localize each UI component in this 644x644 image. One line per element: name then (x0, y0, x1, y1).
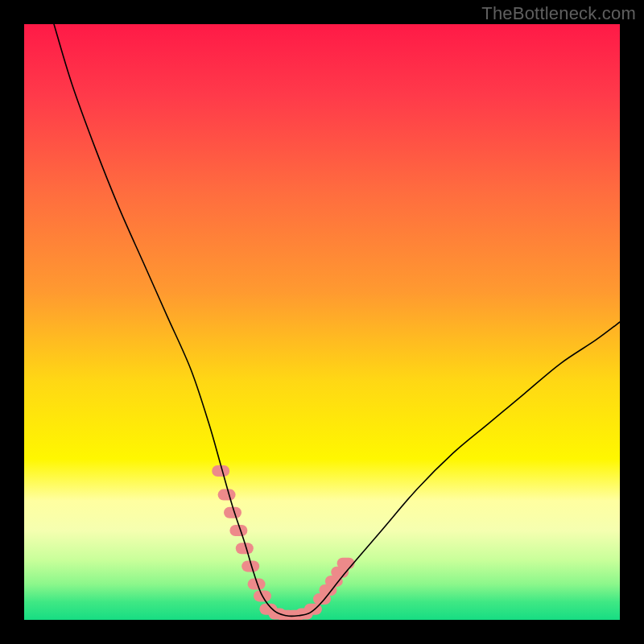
outer-frame: TheBottleneck.com (0, 0, 644, 644)
marker-point (337, 558, 355, 569)
watermark-text: TheBottleneck.com (481, 3, 636, 24)
marker-point (218, 489, 236, 501)
curves-layer (24, 24, 620, 620)
bottleneck-curve (54, 24, 620, 616)
marker-group (212, 465, 354, 620)
plot-area (24, 24, 620, 620)
